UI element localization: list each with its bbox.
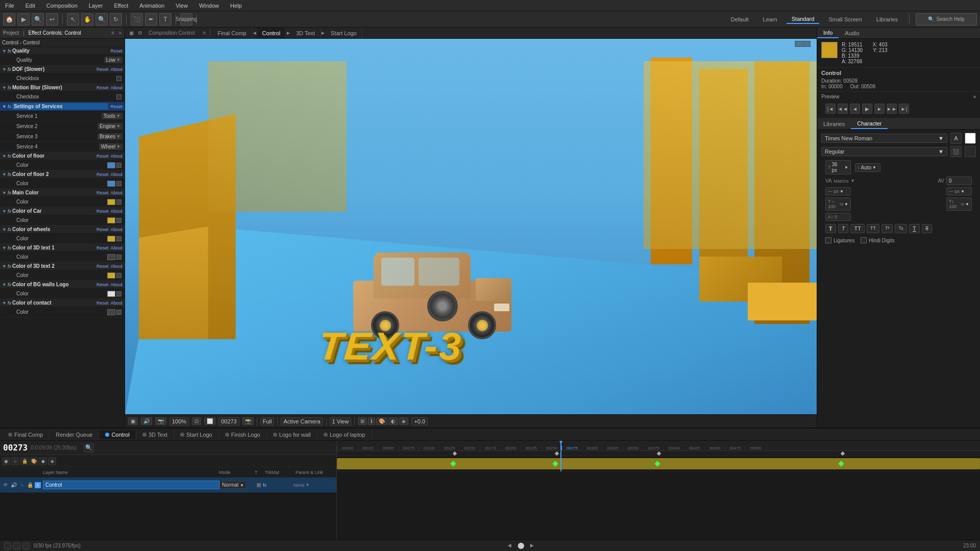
- cf2-about[interactable]: About: [110, 172, 122, 177]
- color-contact-sub[interactable]: Color: [0, 307, 125, 317]
- c3t1-swatch2[interactable]: [116, 255, 121, 260]
- unit-input[interactable]: — px ▼: [825, 187, 851, 195]
- service2-row[interactable]: Service 2 Engine ▼: [0, 121, 125, 132]
- color-contact-section[interactable]: ▼ fx Color of contact Reset About: [0, 299, 125, 307]
- cf-reset[interactable]: Reset: [96, 154, 109, 159]
- tab-final-comp[interactable]: Final Comp: [212, 28, 252, 38]
- menu-animation[interactable]: Animation: [137, 2, 166, 10]
- tl-solo[interactable]: ○: [11, 457, 19, 465]
- vt-exposure[interactable]: +0.0: [411, 417, 428, 425]
- pen-tool[interactable]: ✒: [145, 13, 157, 26]
- hscale-input[interactable]: T↔ 100 % ▼: [825, 197, 851, 211]
- menu-help[interactable]: Help: [228, 2, 244, 10]
- vt-fitscreen[interactable]: ⊡: [192, 417, 201, 425]
- color-wheels-sub[interactable]: Color: [0, 234, 125, 244]
- snapping-btn[interactable]: Snapping: [180, 13, 192, 26]
- c3t2-swatch2[interactable]: [116, 273, 121, 278]
- vt-info-btn[interactable]: ℹ: [368, 417, 375, 425]
- zoom-tool[interactable]: 🔍: [95, 13, 108, 26]
- service1-dropdown[interactable]: Tools ▼: [102, 113, 122, 119]
- dof-reset[interactable]: Reset: [96, 67, 109, 72]
- pb-back[interactable]: ◄: [506, 542, 514, 550]
- font-size-input[interactable]: T 36 px ▼: [825, 160, 851, 174]
- prev-play-btn[interactable]: ▶: [862, 104, 872, 114]
- tab-control[interactable]: Control: [257, 28, 286, 38]
- metrics-dropdown[interactable]: ▼: [851, 179, 855, 183]
- super-btn[interactable]: T²: [881, 224, 893, 233]
- main-color-sub[interactable]: Color: [0, 197, 125, 207]
- sub-btn[interactable]: T₂: [895, 224, 907, 233]
- vt-grid-btn[interactable]: ⊞: [358, 417, 367, 425]
- tl-tab-control[interactable]: Control: [99, 431, 136, 439]
- c3t1-about[interactable]: About: [110, 245, 122, 251]
- cf2-swatch[interactable]: [107, 181, 115, 187]
- cct-swatch[interactable]: [107, 309, 115, 315]
- color-floor-section[interactable]: ▼ fx Color of floor Reset About: [0, 152, 125, 160]
- status-icon1[interactable]: [4, 542, 11, 549]
- underline-btn[interactable]: T: [909, 224, 920, 233]
- quality-section[interactable]: ▼ fx Quality Reset: [0, 47, 125, 55]
- prev-first-btn[interactable]: |◄: [825, 104, 836, 114]
- status-icon3[interactable]: [22, 542, 30, 549]
- c3t2-swatch[interactable]: [107, 272, 115, 279]
- cc-swatch[interactable]: [107, 217, 115, 223]
- tl-tab-start-logo[interactable]: Start Logo: [174, 431, 219, 439]
- menu-effect[interactable]: Effect: [112, 2, 130, 10]
- font-color-btn[interactable]: A: [950, 133, 962, 144]
- service1-row[interactable]: Service 1 Tools ▼: [0, 111, 125, 121]
- tl-tab-finish-logo[interactable]: Finish Logo: [219, 431, 267, 439]
- layer-mode[interactable]: Normal ▼: [219, 481, 247, 489]
- play-btn[interactable]: ▶: [17, 13, 30, 26]
- undo-btn[interactable]: ↩: [46, 13, 58, 26]
- cf-color-swatch2[interactable]: [116, 163, 121, 168]
- mc-reset[interactable]: Reset: [96, 190, 109, 195]
- vt-mask-btn[interactable]: ◈: [399, 417, 408, 425]
- color-floor2-section[interactable]: ▼ fx Color of floor 2 Reset About: [0, 170, 125, 179]
- tl-track-1[interactable]: [337, 456, 980, 471]
- quality-dropdown[interactable]: Low ▼: [104, 57, 122, 63]
- pb-stop[interactable]: ⬤: [518, 542, 526, 550]
- menu-composition[interactable]: Composition: [44, 2, 80, 10]
- ligatures-checkbox[interactable]: Ligatures: [825, 237, 854, 243]
- hindi-digits-checkbox[interactable]: Hindi Digits: [861, 237, 895, 243]
- mc-swatch2[interactable]: [116, 199, 121, 205]
- rp-preview-menu[interactable]: ≡: [973, 94, 976, 99]
- quality-reset[interactable]: Reset: [110, 48, 122, 54]
- nav-left[interactable]: ◄: [252, 30, 257, 36]
- vscale-input[interactable]: T↕ 100 % ▼: [946, 197, 972, 211]
- style-icon1[interactable]: ⬛: [950, 146, 962, 157]
- layer-audio[interactable]: 🔊: [10, 482, 17, 489]
- dof-section[interactable]: ▼ fx DOF (Slower) Reset About: [0, 65, 125, 73]
- service4-row[interactable]: Service 4 Wheel ▼: [0, 142, 125, 152]
- tl-tab-logo-wall[interactable]: Logo for wall: [267, 431, 317, 439]
- tl-tab-render-queue[interactable]: Render Queue: [50, 431, 99, 439]
- vt-quality[interactable]: Full: [260, 417, 275, 425]
- dof-checkbox-row[interactable]: Checkbox: [0, 73, 125, 84]
- tracking-value[interactable]: 0: [946, 177, 972, 185]
- ligatures-cb[interactable]: [825, 237, 831, 243]
- cw-about[interactable]: About: [110, 227, 122, 232]
- vt-frame[interactable]: 00273: [218, 417, 239, 425]
- strikethrough-btn[interactable]: T: [922, 224, 933, 233]
- prev-back1-btn[interactable]: ◄: [850, 104, 860, 114]
- c3t2-reset[interactable]: Reset: [96, 264, 109, 269]
- italic-btn[interactable]: T: [838, 224, 849, 233]
- workspace-standard[interactable]: Standard: [787, 15, 820, 24]
- home-btn[interactable]: 🏠: [3, 13, 15, 26]
- color-3dtext1-sub[interactable]: Color: [0, 252, 125, 262]
- baseline-input[interactable]: A↕ 0: [825, 213, 851, 221]
- vt-zoom[interactable]: 100%: [169, 417, 189, 425]
- rotate-tool[interactable]: ↻: [110, 13, 122, 26]
- dof-checkbox[interactable]: [116, 76, 121, 81]
- main-color-section[interactable]: ▼ fx Main Color Reset About: [0, 189, 125, 197]
- smallcaps-btn[interactable]: TT: [867, 224, 879, 233]
- menu-edit[interactable]: Edit: [23, 2, 37, 10]
- style-selector[interactable]: Regular ▼: [821, 147, 947, 156]
- allcaps-btn[interactable]: TT: [850, 224, 864, 233]
- cc-swatch2[interactable]: [116, 218, 121, 223]
- rp-tab-audio[interactable]: Audio: [839, 28, 865, 38]
- cct-reset[interactable]: Reset: [96, 300, 109, 306]
- style-icon2[interactable]: [965, 146, 976, 157]
- auto-size-input[interactable]: ↕ Auto ▼: [855, 163, 880, 172]
- color-bgwalls-section[interactable]: ▼ fx Color of BG walls Logo Reset About: [0, 281, 125, 289]
